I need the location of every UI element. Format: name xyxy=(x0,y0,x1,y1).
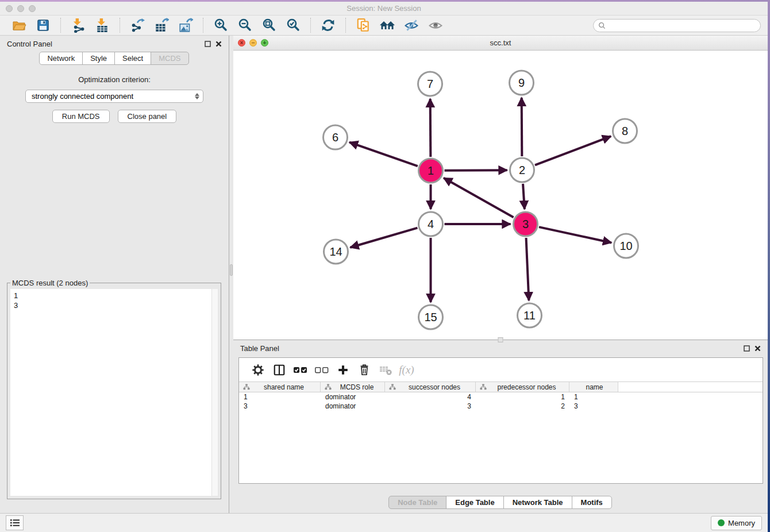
memory-button[interactable]: Memory xyxy=(711,516,762,530)
first-neighbors-icon[interactable] xyxy=(378,17,397,33)
minimize-window-button[interactable] xyxy=(17,5,24,12)
column-header-predecessor-nodes[interactable]: predecessor nodes xyxy=(476,382,569,392)
search-field[interactable] xyxy=(593,19,761,32)
zoom-selected-icon[interactable] xyxy=(283,17,303,33)
export-image-icon[interactable] xyxy=(176,17,195,33)
graph-node-label-1: 1 xyxy=(428,164,434,177)
toolbar-separator xyxy=(203,18,203,33)
cell-shared-name[interactable]: 1 xyxy=(239,393,321,401)
new-network-from-selection-icon[interactable] xyxy=(353,17,373,33)
close-panel-icon[interactable] xyxy=(215,41,222,47)
tab-select[interactable]: Select xyxy=(114,52,151,65)
network-graph[interactable]: 7968124314101511 xyxy=(233,51,768,340)
cell-name[interactable]: 3 xyxy=(569,402,618,410)
graph-edge-3-10[interactable] xyxy=(539,227,611,242)
memory-status-icon xyxy=(718,519,725,526)
minimize-view-button[interactable]: – xyxy=(249,39,257,47)
maximize-window-button[interactable] xyxy=(29,5,36,12)
network-view-window: × – + scc.txt 79681243141015 xyxy=(233,36,768,340)
export-table-icon[interactable] xyxy=(152,17,171,33)
column-header-mcds-role[interactable]: MCDS role xyxy=(321,382,385,392)
column-header-shared-name[interactable]: shared name xyxy=(239,382,321,392)
sort-icon[interactable] xyxy=(243,384,250,390)
cell-predecessor-nodes[interactable]: 1 xyxy=(476,393,569,401)
close-window-button[interactable] xyxy=(6,5,13,12)
run-mcds-button[interactable]: Run MCDS xyxy=(52,110,110,123)
control-panel-title: Control Panel xyxy=(7,40,52,48)
mcds-result-list[interactable]: 1 3 xyxy=(10,289,211,496)
cell-successor-nodes[interactable]: 4 xyxy=(385,393,476,401)
sort-icon[interactable] xyxy=(325,384,332,390)
result-scrollbar[interactable] xyxy=(211,289,218,496)
table-toolbar: f(x) xyxy=(239,358,763,381)
criterion-dropdown[interactable]: strongly connected component xyxy=(25,90,203,103)
graph-node-label-15: 15 xyxy=(424,311,437,323)
cell-successor-nodes[interactable]: 3 xyxy=(385,402,476,410)
float-panel-icon[interactable] xyxy=(205,41,211,47)
import-network-icon[interactable] xyxy=(68,17,88,33)
delete-column-icon[interactable] xyxy=(353,361,375,379)
tab-mcds[interactable]: MCDS xyxy=(151,52,188,65)
graph-edge-2-3[interactable] xyxy=(523,184,525,209)
import-table-icon[interactable] xyxy=(93,17,112,33)
cell-shared-name[interactable]: 3 xyxy=(239,402,321,410)
split-view-icon[interactable] xyxy=(268,361,290,379)
export-network-icon[interactable] xyxy=(128,17,147,33)
column-header-name[interactable]: name xyxy=(569,382,618,392)
graph-edge-2-8[interactable] xyxy=(535,136,611,165)
hide-selected-icon[interactable] xyxy=(402,17,421,33)
deselect-all-icon[interactable] xyxy=(311,361,332,379)
cell-mcds-role[interactable]: dominator xyxy=(321,402,385,410)
graph-edge-3-11[interactable] xyxy=(526,238,529,300)
float-table-panel-icon[interactable] xyxy=(744,345,750,352)
add-column-icon[interactable] xyxy=(332,361,353,379)
network-window-titlebar[interactable]: × – + scc.txt xyxy=(233,36,768,51)
cell-mcds-role[interactable]: dominator xyxy=(321,393,385,401)
close-panel-button[interactable]: Close panel xyxy=(118,110,177,123)
graph-edge-1-6[interactable] xyxy=(349,142,418,167)
mcds-result-box: MCDS result (2 nodes) 1 3 xyxy=(7,283,221,499)
open-file-icon[interactable] xyxy=(9,17,29,33)
graph-edge-1-7[interactable] xyxy=(430,99,431,157)
tab-network-table[interactable]: Network Table xyxy=(503,496,572,509)
search-input[interactable] xyxy=(609,21,756,30)
select-all-icon[interactable] xyxy=(290,361,311,379)
refresh-icon[interactable] xyxy=(318,17,338,33)
task-history-button[interactable] xyxy=(6,515,24,530)
tab-node-table[interactable]: Node Table xyxy=(388,496,446,509)
table-row[interactable]: 1 dominator 4 1 1 xyxy=(239,392,763,402)
function-builder-icon: f(x) xyxy=(396,361,417,379)
cell-predecessor-nodes[interactable]: 2 xyxy=(476,402,569,410)
sort-icon[interactable] xyxy=(389,384,396,390)
network-canvas[interactable]: 7968124314101511 xyxy=(233,51,768,340)
close-view-button[interactable]: × xyxy=(238,39,245,47)
zoom-view-button[interactable]: + xyxy=(261,39,268,47)
graph-edge-3-1[interactable] xyxy=(444,178,513,217)
settings-gear-icon[interactable] xyxy=(247,361,268,379)
tab-edge-table[interactable]: Edge Table xyxy=(446,496,503,509)
zoom-in-icon[interactable] xyxy=(211,17,230,33)
toolbar-separator xyxy=(60,18,61,33)
zoom-out-icon[interactable] xyxy=(235,17,255,33)
graph-edge-1-2[interactable] xyxy=(444,170,507,171)
column-header-successor-nodes[interactable]: successor nodes xyxy=(385,382,476,392)
network-window-title: scc.txt xyxy=(490,38,511,47)
tab-network[interactable]: Network xyxy=(39,52,83,65)
table-row[interactable]: 3 dominator 3 2 3 xyxy=(239,402,763,411)
mcds-result-title: MCDS result (2 nodes) xyxy=(10,279,90,287)
sort-icon[interactable] xyxy=(480,384,487,390)
window-resize-knob[interactable] xyxy=(498,337,503,342)
graph-node-label-2: 2 xyxy=(519,164,525,176)
tab-style[interactable]: Style xyxy=(82,52,115,65)
zoom-fit-icon[interactable] xyxy=(259,17,279,33)
panel-splitter[interactable] xyxy=(229,36,233,513)
toolbar-separator xyxy=(345,18,346,33)
close-table-panel-icon[interactable] xyxy=(754,345,761,352)
cell-name[interactable]: 1 xyxy=(569,393,618,401)
tab-motifs[interactable]: Motifs xyxy=(572,496,612,509)
graph-edge-2-9[interactable] xyxy=(522,98,522,156)
save-session-icon[interactable] xyxy=(33,17,53,33)
splitter-handle-icon[interactable] xyxy=(230,264,233,276)
show-all-icon[interactable] xyxy=(426,17,445,33)
graph-edge-4-14[interactable] xyxy=(350,228,417,248)
